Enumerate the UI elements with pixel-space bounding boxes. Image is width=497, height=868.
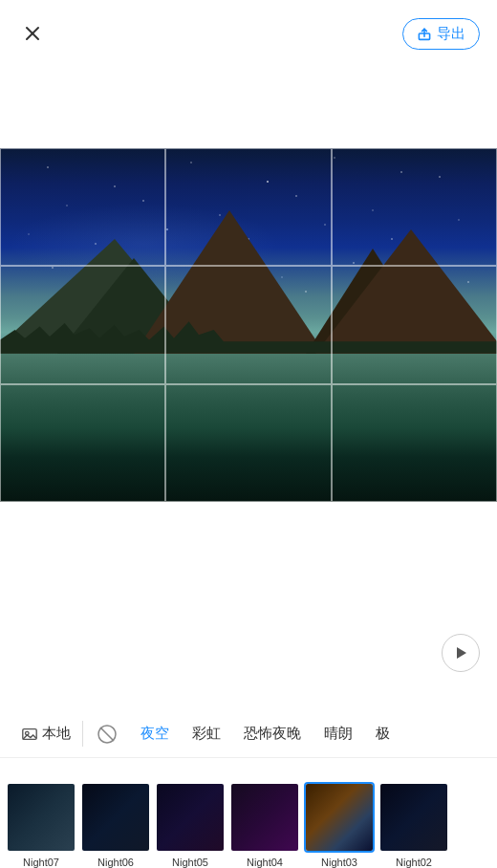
thumb-night02[interactable]: Night02	[378, 782, 449, 868]
thumb-night04-img	[229, 782, 300, 853]
thumb-night03-label: Night03	[321, 857, 357, 868]
thumb-night04-label: Night04	[247, 857, 283, 868]
filter-tabs: 本地 夜空 彩虹 恐怖夜晚 晴朗 极	[0, 710, 497, 758]
svg-line-8	[100, 727, 114, 741]
tab-rainbow[interactable]: 彩虹	[183, 721, 230, 747]
photo-icon	[21, 726, 38, 743]
header: 导出	[0, 0, 497, 67]
thumb-night02-img	[378, 782, 449, 853]
mountain-right	[315, 229, 497, 354]
toolbar-area: 本地 夜空 彩虹 恐怖夜晚 晴朗 极 Night07	[0, 710, 497, 868]
tab-clear[interactable]: 晴朗	[314, 721, 362, 747]
tab-horror-night[interactable]: 恐怖夜晚	[234, 721, 311, 747]
share-icon	[417, 26, 432, 41]
thumb-night05-img	[155, 782, 226, 853]
thumb-night03[interactable]: Night03	[304, 782, 375, 868]
play-icon	[454, 646, 467, 660]
tab-extreme[interactable]: 极	[366, 721, 400, 747]
export-button[interactable]: 导出	[402, 18, 480, 50]
thumb-night07-label: Night07	[23, 857, 59, 868]
tab-local-label: 本地	[42, 725, 71, 743]
thumb-night06-label: Night06	[97, 857, 134, 868]
filter-thumbnails: Night07 Night06 Night05 Night04 Night03	[0, 758, 497, 868]
thumb-night06[interactable]: Night06	[80, 782, 151, 868]
thumb-night07[interactable]: Night07	[6, 782, 76, 868]
tab-no-filter[interactable]	[87, 720, 127, 749]
top-whitespace	[0, 67, 497, 148]
close-button[interactable]	[17, 18, 48, 49]
thumb-night03-img	[304, 782, 375, 853]
thumb-night06-img	[80, 782, 151, 853]
main-image-area[interactable]	[0, 148, 497, 502]
main-image	[0, 148, 497, 502]
thumb-night07-img	[6, 782, 76, 853]
play-button[interactable]	[442, 634, 480, 672]
mid-whitespace	[0, 502, 497, 636]
mountains-layer	[0, 201, 497, 354]
thumb-night05[interactable]: Night05	[155, 782, 226, 868]
export-label: 导出	[437, 25, 465, 43]
tab-night-sky[interactable]: 夜空	[131, 721, 179, 747]
no-filter-icon	[97, 724, 118, 745]
svg-marker-4	[457, 647, 466, 659]
water-layer	[0, 354, 497, 502]
tab-local[interactable]: 本地	[10, 721, 83, 747]
thumb-night05-label: Night05	[172, 857, 208, 868]
thumb-night02-label: Night02	[396, 857, 432, 868]
thumb-night04[interactable]: Night04	[229, 782, 300, 868]
